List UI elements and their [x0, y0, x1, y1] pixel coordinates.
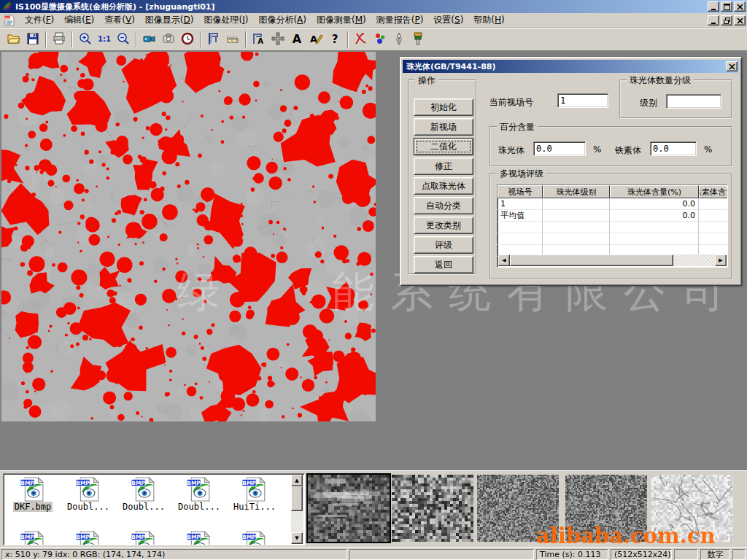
- svg-text:1:1: 1:1: [98, 35, 111, 43]
- menu-item[interactable]: 测量报告(P): [371, 12, 429, 28]
- minimize-button[interactable]: [708, 15, 719, 26]
- menu-item[interactable]: 图像处理(I): [198, 12, 253, 28]
- menu-item[interactable]: 设置(S): [428, 12, 468, 28]
- file-name[interactable]: DKF.bmp: [13, 502, 53, 512]
- text-button[interactable]: A: [287, 30, 306, 49]
- op-button-6[interactable]: 自动分类: [414, 197, 473, 214]
- table-row[interactable]: [498, 233, 727, 245]
- close-button[interactable]: [734, 1, 746, 12]
- thumbnail-image[interactable]: [651, 475, 733, 542]
- table-header[interactable]: 珠光体级别: [543, 185, 610, 198]
- file-item[interactable]: BMPDKF.bmp: [7, 477, 59, 512]
- file-list[interactable]: BMPDKF.bmpBMPDoubl...BMPDoubl...BMPDoubl…: [3, 473, 305, 545]
- file-name[interactable]: Doubl...: [177, 502, 222, 512]
- file-item[interactable]: BMPDoubl...: [117, 477, 170, 512]
- particles-button[interactable]: [371, 30, 390, 49]
- scroll-right-button[interactable]: ▶: [715, 254, 727, 266]
- table-header[interactable]: 铁素体含量(%): [699, 185, 728, 198]
- pearlite-percent-input[interactable]: 0.0: [533, 141, 586, 156]
- scroll-down-button[interactable]: ▼: [291, 532, 303, 544]
- file-item[interactable]: BMP: [117, 531, 170, 545]
- measure-text-button[interactable]: A: [249, 30, 268, 49]
- file-name[interactable]: Doubl...: [66, 502, 111, 512]
- clock-button[interactable]: [178, 30, 197, 49]
- micrograph-image[interactable]: [1, 52, 376, 421]
- grade-input[interactable]: [666, 94, 721, 109]
- close-button[interactable]: [734, 15, 746, 26]
- scroll-up-button[interactable]: ▲: [291, 475, 303, 486]
- menu-item[interactable]: 编辑(E): [59, 12, 99, 28]
- caliper-button[interactable]: [204, 30, 223, 49]
- op-button-7[interactable]: 更改类别: [414, 217, 473, 234]
- file-list-scrollbar[interactable]: ▲ ▼: [291, 475, 303, 544]
- capture-button[interactable]: [159, 30, 178, 49]
- file-item[interactable]: BMPHuiTi...: [228, 477, 281, 512]
- file-name[interactable]: HuiTi...: [232, 502, 277, 512]
- table-horizontal-scrollbar[interactable]: ◀ ▶: [498, 254, 727, 266]
- op-button-4[interactable]: 修正: [414, 158, 473, 175]
- svg-text:BMP: BMP: [20, 534, 34, 540]
- scrollbar-thumb[interactable]: [510, 254, 673, 266]
- op-button-3[interactable]: 二值化: [414, 138, 473, 155]
- spline-button[interactable]: [352, 30, 371, 49]
- restore-button[interactable]: [721, 15, 732, 26]
- title-bar[interactable]: IS100显微摄像系统(金相分析版) - [zhuguangti01]: [0, 0, 747, 13]
- thumbnail-image[interactable]: [308, 475, 390, 542]
- rating-table[interactable]: 视场号珠光体级别珠光体含量(%)铁素体含量(%) 10.0平均值0.0 ◀ ▶: [497, 184, 728, 268]
- file-item[interactable]: BMP: [62, 531, 115, 545]
- file-item[interactable]: BMPDoubl...: [62, 477, 115, 512]
- file-item[interactable]: BMP: [7, 531, 59, 545]
- scrollbar-thumb[interactable]: [291, 486, 303, 511]
- close-icon: [737, 4, 743, 10]
- table-row[interactable]: 10.0: [498, 198, 727, 210]
- video-camera-button[interactable]: [140, 30, 159, 49]
- table-header[interactable]: 珠光体含量(%): [610, 185, 699, 198]
- op-button-5[interactable]: 点取珠光体: [414, 177, 473, 195]
- zoom-in-button[interactable]: [76, 30, 95, 49]
- brush-button[interactable]: [409, 30, 427, 49]
- menu-item[interactable]: 文件(F): [20, 12, 59, 28]
- table-header[interactable]: 视场号: [498, 185, 543, 198]
- menu-item[interactable]: 帮助(H): [468, 12, 509, 28]
- menu-item[interactable]: 图像测量(M): [311, 12, 371, 28]
- file-name[interactable]: Doubl...: [121, 502, 166, 512]
- actual-size-button[interactable]: 1:1: [95, 30, 114, 49]
- help-button[interactable]: ?: [325, 30, 344, 49]
- current-field-input[interactable]: 1: [557, 93, 608, 108]
- multifield-group: 多视场评级 视场号珠光体级别珠光体含量(%)铁素体含量(%) 10.0平均值0.…: [489, 173, 732, 279]
- file-item[interactable]: BMP: [173, 531, 225, 545]
- op-button-2[interactable]: 新视场: [414, 118, 473, 136]
- thumbnail-image[interactable]: [565, 475, 647, 542]
- menu-item[interactable]: 图像分析(A): [253, 12, 311, 28]
- file-item[interactable]: BMP: [228, 531, 281, 545]
- op-button-9[interactable]: 返回: [414, 256, 473, 273]
- table-row[interactable]: 平均值0.0: [498, 210, 727, 222]
- pen-button[interactable]: [390, 30, 409, 49]
- table-row[interactable]: [498, 222, 727, 233]
- menu-item[interactable]: 图像显示(D): [140, 12, 199, 28]
- scroll-left-button[interactable]: ◀: [498, 254, 510, 266]
- minimize-icon: [711, 18, 717, 24]
- file-item[interactable]: BMPDoubl...: [173, 477, 225, 512]
- op-button-8[interactable]: 评级: [414, 236, 473, 254]
- minimize-button[interactable]: [708, 1, 719, 12]
- dialog-close-button[interactable]: [726, 61, 738, 71]
- grade-group: 珠光体数量分级 级别: [619, 79, 732, 119]
- open-button[interactable]: [4, 30, 23, 49]
- op-button-1[interactable]: 初始化: [414, 98, 473, 116]
- print-button[interactable]: [50, 30, 69, 49]
- print-icon: [52, 31, 66, 48]
- menu-item[interactable]: 查看(V): [99, 12, 140, 28]
- annotate-button[interactable]: A: [306, 30, 325, 49]
- grade-group-label: 珠光体数量分级: [627, 74, 694, 87]
- grid-move-button[interactable]: [268, 30, 287, 49]
- dialog-title-bar[interactable]: 珠光体(GB/T9441-88): [403, 60, 739, 73]
- ruler-button[interactable]: [223, 30, 242, 49]
- ferrite-percent-input[interactable]: 0.0: [650, 141, 697, 156]
- thumbnail-image[interactable]: [477, 475, 559, 542]
- save-button[interactable]: [23, 30, 42, 49]
- maximize-button[interactable]: [721, 1, 732, 12]
- thumbnail-image[interactable]: [392, 475, 473, 542]
- bmp-file-icon: BMP: [173, 477, 225, 502]
- zoom-out-button[interactable]: [114, 30, 133, 49]
